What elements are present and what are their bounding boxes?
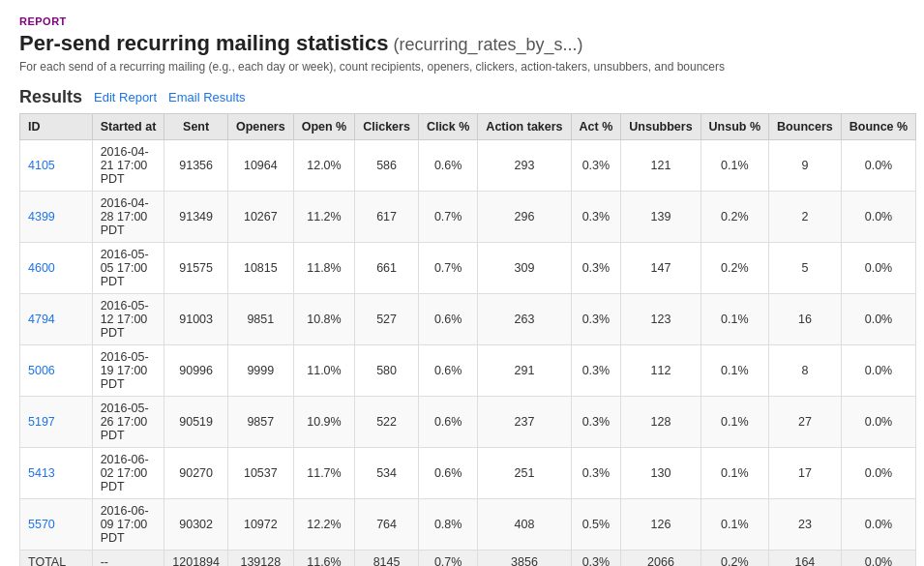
page-title-suffix: (recurring_rates_by_s...) xyxy=(388,35,582,54)
total-row: TOTAL -- 1201894 139128 11.6% 8145 0.7% … xyxy=(20,551,916,567)
cell-unsubbers: 128 xyxy=(621,397,700,448)
cell-clickers: 586 xyxy=(355,140,419,192)
cell-bounce-pct: 0.0% xyxy=(841,448,915,499)
cell-total-bounce-pct: 0.0% xyxy=(841,551,915,567)
cell-unsub-pct: 0.1% xyxy=(700,397,768,448)
cell-sent: 90270 xyxy=(164,448,228,499)
cell-id: 4399 xyxy=(20,192,93,243)
cell-unsubbers: 123 xyxy=(621,294,700,345)
cell-action-takers: 237 xyxy=(478,397,571,448)
id-link[interactable]: 4105 xyxy=(28,159,55,172)
cell-act-pct: 0.3% xyxy=(571,448,621,499)
cell-click-pct: 0.6% xyxy=(418,345,477,397)
id-link[interactable]: 4794 xyxy=(28,313,55,326)
cell-act-pct: 0.3% xyxy=(571,345,621,397)
cell-total-unsub-pct: 0.2% xyxy=(700,551,768,567)
cell-sent: 91356 xyxy=(164,140,228,192)
col-openers: Openers xyxy=(227,114,293,140)
id-link[interactable]: 5197 xyxy=(28,415,55,429)
col-sent: Sent xyxy=(164,114,228,140)
cell-bouncers: 23 xyxy=(769,499,842,551)
table-row: 4600 2016-05-05 17:00 PDT 91575 10815 11… xyxy=(20,243,916,294)
table-header-row: ID Started at Sent Openers Open % Clicke… xyxy=(20,114,916,140)
cell-id: 5570 xyxy=(20,499,93,551)
cell-open-pct: 10.8% xyxy=(293,294,355,345)
cell-started-at: 2016-04-28 17:00 PDT xyxy=(92,192,164,243)
cell-clickers: 534 xyxy=(355,448,419,499)
cell-unsubbers: 147 xyxy=(621,243,700,294)
cell-clickers: 527 xyxy=(355,294,419,345)
cell-id: 5006 xyxy=(20,345,93,397)
cell-started-at: 2016-05-12 17:00 PDT xyxy=(92,294,164,345)
id-link[interactable]: 5413 xyxy=(28,466,55,480)
table-row: 4399 2016-04-28 17:00 PDT 91349 10267 11… xyxy=(20,192,916,243)
cell-open-pct: 11.8% xyxy=(293,243,355,294)
cell-action-takers: 291 xyxy=(478,345,571,397)
cell-unsub-pct: 0.1% xyxy=(700,345,768,397)
cell-bouncers: 27 xyxy=(769,397,842,448)
id-link[interactable]: 5006 xyxy=(28,364,55,377)
page-title: Per-send recurring mailing statistics (r… xyxy=(19,31,905,56)
cell-total-action-takers: 3856 xyxy=(478,551,571,567)
cell-bouncers: 9 xyxy=(769,140,842,192)
cell-sent: 91003 xyxy=(164,294,228,345)
table-row: 5570 2016-06-09 17:00 PDT 90302 10972 12… xyxy=(20,499,916,551)
col-action-takers: Action takers xyxy=(478,114,571,140)
cell-bouncers: 16 xyxy=(769,294,842,345)
email-results-link[interactable]: Email Results xyxy=(168,90,245,104)
cell-act-pct: 0.3% xyxy=(571,140,621,192)
cell-started-at: 2016-04-21 17:00 PDT xyxy=(92,140,164,192)
cell-bounce-pct: 0.0% xyxy=(841,345,915,397)
cell-unsubbers: 126 xyxy=(621,499,700,551)
cell-unsubbers: 121 xyxy=(621,140,700,192)
cell-clickers: 661 xyxy=(355,243,419,294)
cell-unsub-pct: 0.1% xyxy=(700,294,768,345)
cell-open-pct: 12.2% xyxy=(293,499,355,551)
cell-act-pct: 0.3% xyxy=(571,243,621,294)
cell-openers: 10537 xyxy=(227,448,293,499)
id-link[interactable]: 4399 xyxy=(28,210,55,223)
cell-id: 4794 xyxy=(20,294,93,345)
cell-total-sent: 1201894 xyxy=(164,551,228,567)
cell-open-pct: 10.9% xyxy=(293,397,355,448)
table-row: 4105 2016-04-21 17:00 PDT 91356 10964 12… xyxy=(20,140,916,192)
cell-started-at: 2016-05-05 17:00 PDT xyxy=(92,243,164,294)
cell-click-pct: 0.8% xyxy=(418,499,477,551)
cell-total-click-pct: 0.7% xyxy=(418,551,477,567)
col-act-pct: Act % xyxy=(571,114,621,140)
cell-open-pct: 12.0% xyxy=(293,140,355,192)
cell-action-takers: 293 xyxy=(478,140,571,192)
cell-clickers: 764 xyxy=(355,499,419,551)
cell-total-clickers: 8145 xyxy=(355,551,419,567)
cell-clickers: 580 xyxy=(355,345,419,397)
edit-report-link[interactable]: Edit Report xyxy=(94,90,157,104)
stats-table: ID Started at Sent Openers Open % Clicke… xyxy=(19,113,916,566)
id-link[interactable]: 5570 xyxy=(28,518,55,531)
page-subtitle: For each send of a recurring mailing (e.… xyxy=(19,60,905,74)
report-label: REPORT xyxy=(19,15,905,27)
cell-action-takers: 309 xyxy=(478,243,571,294)
cell-sent: 91575 xyxy=(164,243,228,294)
table-row: 4794 2016-05-12 17:00 PDT 91003 9851 10.… xyxy=(20,294,916,345)
cell-click-pct: 0.6% xyxy=(418,397,477,448)
cell-bounce-pct: 0.0% xyxy=(841,294,915,345)
table-row: 5006 2016-05-19 17:00 PDT 90996 9999 11.… xyxy=(20,345,916,397)
cell-started-at: 2016-06-09 17:00 PDT xyxy=(92,499,164,551)
table-row: 5413 2016-06-02 17:00 PDT 90270 10537 11… xyxy=(20,448,916,499)
cell-action-takers: 408 xyxy=(478,499,571,551)
cell-open-pct: 11.7% xyxy=(293,448,355,499)
cell-openers: 9851 xyxy=(227,294,293,345)
cell-bounce-pct: 0.0% xyxy=(841,192,915,243)
col-started-at: Started at xyxy=(92,114,164,140)
cell-sent: 90519 xyxy=(164,397,228,448)
id-link[interactable]: 4600 xyxy=(28,261,55,275)
cell-act-pct: 0.3% xyxy=(571,397,621,448)
cell-unsubbers: 112 xyxy=(621,345,700,397)
col-unsubbers: Unsubbers xyxy=(621,114,700,140)
cell-total-unsubbers: 2066 xyxy=(621,551,700,567)
cell-started-at: 2016-06-02 17:00 PDT xyxy=(92,448,164,499)
cell-bouncers: 8 xyxy=(769,345,842,397)
col-bounce-pct: Bounce % xyxy=(841,114,915,140)
cell-bouncers: 5 xyxy=(769,243,842,294)
cell-unsub-pct: 0.1% xyxy=(700,140,768,192)
